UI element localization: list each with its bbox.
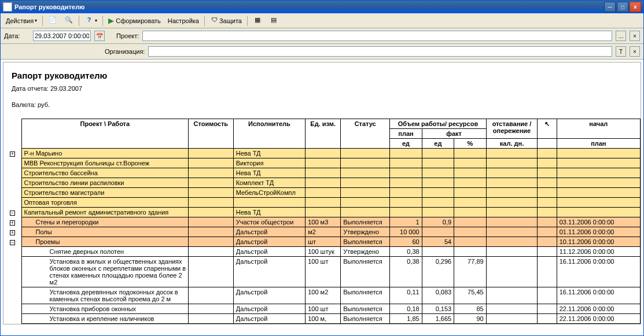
cell-pct [454,158,486,168]
table-row[interactable]: Установка деревянных подоконных досок в … [3,287,641,304]
table-row[interactable]: Установка в жилых и общественных зданиях… [3,257,641,287]
cell-start [557,158,640,168]
table-row[interactable]: −ПроемыДальстройштВыполняется605410.11.2… [3,237,641,247]
cell-cost [189,304,234,314]
maximize-button[interactable]: □ [617,2,628,12]
report-area: Рапорт руководителю Дата отчета: 29.03.2… [1,60,643,335]
date-picker-button[interactable]: 📅 [94,31,105,41]
col-start: начал [557,119,640,139]
cell-caldays [486,158,538,168]
cell-factEd: 0,153 [422,304,454,314]
cell-plan [390,188,422,198]
tb-icon-2[interactable]: 🔍 [61,15,76,27]
cell-unit: 100 шт [306,257,341,287]
date-label: Дата: [4,32,30,39]
col-pct: % [454,139,486,149]
project-input[interactable] [142,31,612,41]
cell-exec: Дальстрой [233,304,305,314]
tb-icon-1[interactable]: 📄 [45,15,60,27]
protect-button[interactable]: 🛡Защита [207,15,245,27]
close-button[interactable]: × [630,2,641,12]
project-select-button[interactable]: … [616,31,626,41]
cell-status [341,158,390,168]
table-row[interactable]: Строительство линии распиловкиКомплект Т… [3,178,641,188]
cell-status: Выполняется [341,287,390,304]
cell-name: Стены и перегородки [21,217,188,227]
cell-unit [306,168,341,178]
table-row[interactable]: Строительство магистралиМебельСтройКомпл [3,188,641,198]
org-input[interactable] [148,46,612,57]
tree-toggle[interactable]: − [10,211,15,216]
col-executor: Исполнитель [233,119,305,149]
org-label: Организация: [105,48,145,55]
settings-button[interactable]: Настройка [165,15,202,27]
cell-exec: Комплект ТД [233,178,305,188]
table-row[interactable]: +Стены и перегородкиУчасток общестрои100… [3,217,641,227]
cell-factEd [422,149,454,158]
project-clear-button[interactable]: × [630,31,640,41]
date-input[interactable] [33,31,91,41]
cell-status [341,208,390,217]
tb-icon-4[interactable]: ▤ [266,15,281,27]
tree-toggle[interactable]: + [10,152,15,157]
cell-plan [390,178,422,188]
actions-menu[interactable]: Действия [3,15,40,27]
org-clear-button[interactable]: × [630,46,640,57]
table-row[interactable]: +ПолыДальстройм2Утверждено10 00001.11.20… [3,227,641,237]
col-plan-ed: ед [390,139,422,149]
col-unit: Ед. изм. [306,119,341,149]
table-row[interactable]: Строительство бассейнаНева ТД [3,168,641,178]
help-icon: ? [84,16,94,25]
table-row[interactable]: Оптовая торговля [3,198,641,208]
cell-caldays [486,257,538,287]
table-row[interactable]: Снятие дверных полотенДальстрой100 штукУ… [3,247,641,257]
help-button[interactable]: ? [82,15,100,27]
cell-caldays [486,178,538,188]
col-volume-group: Объем работы/ ресурсов [390,119,486,129]
cell-cost [189,237,234,247]
table-row[interactable]: −Капитальный ремонт административного зд… [3,208,641,217]
cell-start: 22.11.2006 0:00:00 [557,314,640,324]
table-row[interactable]: +Р-н МарьиноНева ТД [3,149,641,158]
cell-blank [538,314,557,324]
cell-factEd: 0,296 [422,257,454,287]
cell-pct: 77,89 [454,257,486,287]
filter-row-1: Дата: 📅 Проект: … × [1,28,643,44]
cell-status: Выполняется [341,237,390,247]
table-row[interactable]: Установка приборов оконныхДальстрой100 ш… [3,304,641,314]
cell-name: Строительство магистрали [21,188,188,198]
protect-label: Защита [219,17,242,24]
tree-toggle[interactable]: + [10,230,15,235]
cell-start: 10.11.2006 0:00:00 [557,237,640,247]
cell-name: Строительство бассейна [21,168,188,178]
tb-icon-3[interactable]: ▦ [250,15,265,27]
cell-status: Утверждено [341,247,390,257]
tree-toggle[interactable]: − [10,240,15,245]
table-row[interactable]: Установка и крепление наличниковДальстро… [3,314,641,324]
org-t-button[interactable]: T [616,46,626,57]
generate-button[interactable]: ▶ Сформировать [105,15,164,27]
cell-exec: Нева ТД [233,208,305,217]
cell-caldays [486,198,538,208]
cell-unit: 100 м2 [306,287,341,304]
cell-start [557,168,640,178]
app-icon [3,2,12,12]
toolbar: Действия 📄 🔍 ? ▶ Сформировать Настройка … [1,13,643,28]
cell-unit: 100 шт [306,304,341,314]
cell-start [557,178,640,188]
report-table: Проект \ Работа Стоимость Исполнитель Ед… [3,119,641,324]
cell-cost [189,314,234,324]
cell-plan: 0,11 [390,287,422,304]
window-title: Рапорт руководителю [14,3,604,10]
cell-exec: Нева ТД [233,149,305,158]
cell-unit: 100 м, [306,314,341,324]
cell-plan [390,208,422,217]
cell-exec [233,198,305,208]
table-row[interactable]: МВВ Реконструкция больницы ст.ВоронежВик… [3,158,641,168]
cell-start: 11.12.2006 0:00:00 [557,247,640,257]
actions-label: Действия [6,17,34,24]
minimize-button[interactable]: ─ [604,2,616,12]
tree-toggle[interactable]: + [10,220,15,226]
cell-caldays [486,237,538,247]
cell-blank [538,304,557,314]
